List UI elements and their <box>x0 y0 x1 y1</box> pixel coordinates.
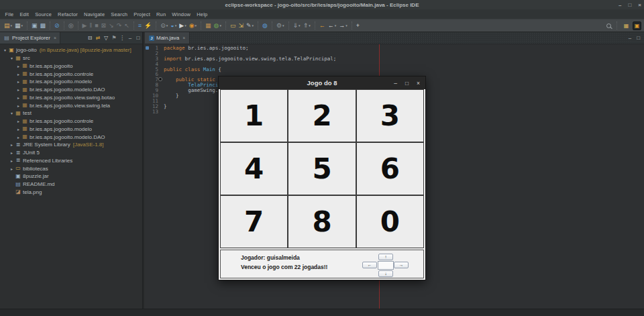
tree-item-tela-png[interactable]: ◪tela.png <box>0 189 142 197</box>
menu-project[interactable]: Project <box>131 11 154 17</box>
tree-item-br-ies-aps-jogooito[interactable]: ▸▦br.ies.aps.jogooito <box>0 62 142 70</box>
external-tools-icon[interactable]: ⚙▾ <box>275 21 286 31</box>
tree-collapsed-arrow-icon[interactable]: ▸ <box>15 103 21 108</box>
tree-expanded-arrow-icon[interactable]: ▾ <box>9 111 15 115</box>
tree-item-jogo-oito[interactable]: ▾▣jogo-oito(in 8puzzle-java) [8puzzle-ja… <box>0 46 142 54</box>
menu-refactor[interactable]: Refactor <box>55 11 81 17</box>
tree-item-src[interactable]: ▾▦src <box>0 54 142 62</box>
puzzle-tile-8[interactable]: 8 <box>288 195 356 248</box>
tree-collapsed-arrow-icon[interactable]: ▸ <box>15 87 21 92</box>
game-maximize-icon[interactable]: □ <box>405 80 409 87</box>
run-launch-marker-icon[interactable] <box>158 77 162 81</box>
new-java-project-icon[interactable]: ▦▾ <box>13 21 24 31</box>
puzzle-tile-7[interactable]: 7 <box>220 195 288 248</box>
tree-item-test[interactable]: ▾▦test <box>0 109 142 117</box>
puzzle-tile-6[interactable]: 6 <box>356 142 424 195</box>
new-java-class-icon[interactable]: ◍▾ <box>213 21 223 31</box>
arrow-down-button[interactable]: ↓ <box>378 270 393 277</box>
tree-item-br-ies-aps-jogooito-modelo[interactable]: ▸▦br.ies.aps.jogooito.modelo <box>0 78 142 86</box>
step-over-icon[interactable]: ↷ <box>115 21 123 31</box>
open-web-browser-icon[interactable]: ◍ <box>261 21 269 31</box>
chevron-down-icon[interactable]: ▾ <box>282 24 284 28</box>
tree-item-jre-system-library[interactable]: ▸≣JRE System Library[JavaSE-1.8] <box>0 141 142 149</box>
tab-project-explorer[interactable]: ▤ Project Explorer × <box>0 32 60 44</box>
tree-collapsed-arrow-icon[interactable]: ▸ <box>9 166 15 171</box>
puzzle-tile-4[interactable]: 4 <box>220 142 288 195</box>
chevron-down-icon[interactable]: ▾ <box>166 24 168 28</box>
minimize-view-icon[interactable]: – <box>126 32 134 44</box>
tree-collapsed-arrow-icon[interactable]: ▸ <box>15 119 21 123</box>
tree-item-br-ies-aps-jogooito-modelo-dao[interactable]: ▸▦br.ies.aps.jogooito.modelo.DAO <box>0 86 142 94</box>
tree-item-8puzzle-jar[interactable]: ▣8puzzle.jar <box>0 172 142 180</box>
view-menu-icon[interactable]: ⋮ <box>118 32 126 44</box>
tree-collapsed-arrow-icon[interactable]: ▸ <box>15 135 21 140</box>
game-minimize-icon[interactable]: – <box>394 80 397 87</box>
tree-expanded-arrow-icon[interactable]: ▾ <box>2 48 8 52</box>
chevron-down-icon[interactable]: ▾ <box>335 24 337 28</box>
arrow-left-button[interactable]: ← <box>362 262 377 268</box>
last-edit-location-icon[interactable]: ← <box>318 21 327 31</box>
new-java-package-icon[interactable]: ▦ <box>204 21 213 31</box>
open-search-icon[interactable]: ◎ <box>67 21 75 31</box>
tree-item-bibliotecas[interactable]: ▸▭bibliotecas <box>0 164 142 172</box>
skip-all-breakpoints-icon[interactable]: ⊘ <box>53 21 61 31</box>
chevron-down-icon[interactable]: ▾ <box>11 24 13 28</box>
forward-history-icon[interactable]: →▾ <box>337 21 349 31</box>
maximize-editor-icon[interactable]: □ <box>637 35 640 41</box>
focus-on-active-task-icon[interactable]: ⚑ <box>110 32 118 44</box>
step-into-icon[interactable]: ↘ <box>107 21 115 31</box>
save-icon[interactable]: ▣ <box>30 21 39 31</box>
tree-item-br-ies-aps-jogooito-view-swing-tela[interactable]: ▸▦br.ies.aps.jogooito.view.swing.tela <box>0 101 142 109</box>
close-icon[interactable]: × <box>182 36 185 40</box>
chevron-down-icon[interactable]: ▾ <box>309 24 311 28</box>
menu-run[interactable]: Run <box>153 11 168 17</box>
maximize-view-icon[interactable]: □ <box>134 32 142 44</box>
tree-item-br-ies-aps-jogooito-modelo[interactable]: ▸▦br.ies.aps.jogooito.modelo <box>0 125 142 134</box>
close-icon[interactable]: × <box>54 36 56 40</box>
terminate-icon[interactable]: ■ <box>93 21 99 31</box>
tree-item-br-ies-aps-jogooito-controle[interactable]: ▸▦br.ies.aps.jogooito.controle <box>0 117 142 125</box>
chevron-down-icon[interactable]: ▾ <box>345 24 347 28</box>
java-perspective-icon[interactable]: ▣ <box>633 21 641 30</box>
open-task-icon[interactable]: ▭ <box>229 21 237 31</box>
os-minimize-icon[interactable]: – <box>619 2 621 8</box>
tree-item-br-ies-aps-jogooito-view-swing-botao[interactable]: ▸▦br.ies.aps.jogooito.view.swing.botao <box>0 94 142 102</box>
search-icon[interactable] <box>605 21 614 31</box>
puzzle-tile-5[interactable]: 5 <box>288 142 356 195</box>
menu-window[interactable]: Window <box>169 11 194 17</box>
profile-icon[interactable]: ◉▾ <box>188 21 198 31</box>
arrow-up-button[interactable]: ↑ <box>378 254 393 260</box>
tree-collapsed-arrow-icon[interactable]: ▸ <box>15 64 21 68</box>
step-return-icon[interactable]: ↖ <box>123 21 131 31</box>
arrow-right-button[interactable]: → <box>394 262 409 268</box>
puzzle-tile-2[interactable]: 2 <box>288 89 356 142</box>
os-maximize-icon[interactable]: □ <box>628 2 631 8</box>
trace-icon[interactable]: ⚡ <box>143 21 153 31</box>
tree-collapsed-arrow-icon[interactable]: ▸ <box>9 142 15 147</box>
run-icon[interactable]: ▶▾ <box>178 21 187 31</box>
puzzle-tile-1[interactable]: 1 <box>220 89 288 142</box>
resume-icon[interactable]: ▶ <box>81 21 89 31</box>
tree-item-br-ies-aps-jogooito-modelo-dao[interactable]: ▸▦br.ies.aps.jogooito.modelo.DAO <box>0 133 142 141</box>
tree-item-readme-md[interactable]: ▤README.md <box>0 180 142 189</box>
menu-navigate[interactable]: Navigate <box>81 11 108 17</box>
tree-item-junit-5[interactable]: ▸≣JUnit 5 <box>0 149 142 157</box>
tree-collapsed-arrow-icon[interactable]: ▸ <box>15 79 21 84</box>
previous-annotation-icon[interactable]: ⇑▾ <box>302 21 312 31</box>
console-icon[interactable]: ≡ <box>137 21 143 31</box>
collapse-all-icon[interactable]: ⊟ <box>86 32 94 44</box>
chevron-down-icon[interactable]: ▾ <box>195 24 197 28</box>
debug-icon[interactable]: ⊙▾ <box>159 21 169 31</box>
menu-edit[interactable]: Edit <box>17 11 32 17</box>
tab-main-java[interactable]: J Main.java × <box>145 32 190 44</box>
tree-collapsed-arrow-icon[interactable]: ▸ <box>15 95 21 100</box>
game-close-icon[interactable]: × <box>417 80 420 87</box>
chevron-down-icon[interactable]: ▾ <box>175 24 177 28</box>
filter-icon[interactable]: ▽ <box>102 32 110 44</box>
save-all-icon[interactable]: ▩ <box>39 21 48 31</box>
minimize-editor-icon[interactable]: – <box>629 35 631 41</box>
tree-item-br-ies-aps-jogooito-controle[interactable]: ▸▦br.ies.aps.jogooito.controle <box>0 70 142 78</box>
chevron-down-icon[interactable]: ▾ <box>219 24 221 28</box>
coverage-icon[interactable]: ◒▾ <box>169 21 178 31</box>
open-perspective-icon[interactable]: ▦ <box>622 21 631 30</box>
